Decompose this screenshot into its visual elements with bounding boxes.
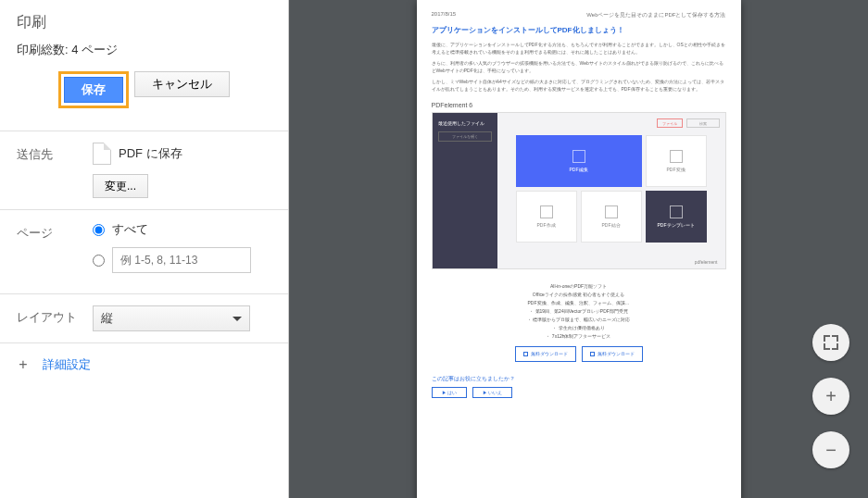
preview-title: Webページを見た目そのままにPDFとして保存する方法 — [586, 11, 725, 19]
print-settings-panel: 印刷 印刷総数: 4 ページ 保存 キャンセル 送信先 PDF に保存 変更..… — [0, 0, 289, 498]
helpful-section: この記事はお役に立ちましたか？ ▶ はい ▶ いいえ — [432, 375, 726, 398]
app-search: 検索 — [686, 118, 720, 128]
pdf-icon — [93, 143, 111, 165]
fit-icon — [824, 335, 838, 350]
app-sidebar-title: 最近使用したファイル — [438, 120, 492, 126]
helpful-yes-button: ▶ はい — [432, 387, 467, 398]
panel-header: 印刷 印刷総数: 4 ページ 保存 キャンセル — [0, 0, 288, 131]
pdfelement-label: PDFelement 6 — [432, 102, 726, 108]
promo-line: Officeライクの操作感覚 初心者もすぐ使える — [432, 291, 726, 299]
layout-label: レイアウト — [17, 305, 82, 326]
preview-para-2: さらに、利用者の多い人気のブラウザーの拡張機能を用いる方法でも、Webサイトのス… — [432, 59, 726, 74]
app-screenshot: 最近使用したファイル ファイルを開く ファイル 検索 PDF編集 PDF変換 P… — [432, 112, 726, 269]
preview-para-3: しかし、ミマWebサイト自体がA4サイズなどの紙の大きさに対応して、プログラミン… — [432, 78, 726, 93]
layout-select[interactable]: 縦 — [93, 305, 250, 331]
download-button-2: 無料ダウンロード — [582, 346, 643, 362]
app-sidebar: 最近使用したファイル ファイルを開く — [433, 113, 497, 268]
app-tile-edit: PDF編集 — [516, 135, 642, 187]
download-icon — [523, 352, 528, 356]
destination-label: 送信先 — [17, 143, 82, 163]
app-tile-template: PDFテンプレート — [646, 191, 707, 243]
promo-line: ・ 学生向け優待価格あり — [432, 324, 726, 332]
pages-section: ページ すべて — [0, 209, 288, 293]
pages-label: ページ — [17, 221, 82, 242]
advanced-settings-toggle[interactable]: + 詳細設定 — [0, 342, 288, 386]
pages-all-label: すべて — [112, 221, 148, 238]
promo-line: All-in-oneのPDF万能ソフト — [432, 282, 726, 291]
convert-icon — [670, 150, 683, 163]
preview-page: 2017/8/15 Webページを見た目そのままにPDFとして保存する方法 アプ… — [417, 0, 741, 498]
panel-title: 印刷 — [17, 13, 271, 32]
zoom-in-button[interactable]: + — [812, 378, 849, 415]
change-destination-button[interactable]: 変更... — [93, 174, 148, 198]
destination-value-row: PDF に保存 — [93, 143, 271, 165]
helpful-no-button: ▶ いいえ — [472, 387, 512, 398]
pages-all-radio[interactable] — [93, 224, 105, 236]
promo-line: ・ 第19回、第24回VectorプロレジPDF部門受賞 — [432, 307, 726, 316]
pages-range-radio[interactable] — [93, 255, 105, 267]
app-tile-create: PDF作成 — [516, 191, 577, 243]
layout-value: 縦 — [101, 310, 113, 327]
total-pages-label: 印刷総数: 4 ページ — [17, 42, 271, 58]
advanced-settings-label: 詳細設定 — [43, 356, 91, 373]
edit-icon — [572, 150, 585, 163]
create-icon — [540, 205, 553, 218]
download-icon — [590, 352, 595, 356]
app-tile-convert: PDF変換 — [646, 135, 707, 187]
action-buttons-row: 保存 キャンセル — [17, 71, 271, 121]
save-button[interactable]: 保存 — [64, 77, 123, 103]
promo-block: All-in-oneのPDF万能ソフト Officeライクの操作感覚 初心者もす… — [432, 282, 726, 362]
save-button-highlight: 保存 — [58, 71, 129, 108]
promo-line: ・ 7x12h体制アフターサービス — [432, 332, 726, 341]
destination-section: 送信先 PDF に保存 変更... — [0, 131, 288, 209]
app-small-button: ファイル — [657, 118, 683, 128]
destination-value: PDF に保存 — [119, 145, 182, 162]
helpful-question: この記事はお役に立ちましたか？ — [432, 375, 726, 383]
combine-icon — [605, 205, 618, 218]
print-preview-area: 2017/8/15 Webページを見た目そのままにPDFとして保存する方法 アプ… — [289, 0, 868, 498]
download-button-1: 無料ダウンロード — [515, 346, 576, 362]
preview-heading: アプリケーションをインストールしてPDF化しましょう！ — [432, 25, 726, 35]
cancel-button[interactable]: キャンセル — [134, 71, 230, 97]
zoom-out-button[interactable]: − — [812, 431, 849, 468]
app-sidebar-open-button: ファイルを開く — [438, 131, 492, 142]
promo-line: ・ 標準版からプロ版まで、幅広いのニーズに対応 — [432, 316, 726, 324]
zoom-controls: + − — [812, 324, 849, 468]
plus-icon: + — [17, 356, 30, 373]
preview-para-1: 最後に、アプリケーションをインストールしてPDF化する方法も、もちろんですが利用… — [432, 41, 726, 56]
promo-line: PDF変換、作成、編集、注釈、フォーム、保護… — [432, 299, 726, 307]
fit-to-page-button[interactable] — [812, 324, 849, 361]
template-icon — [670, 205, 683, 218]
app-tile-combine: PDF結合 — [581, 191, 642, 243]
app-main: ファイル 検索 PDF編集 PDF変換 PDF作成 PDF結合 PDFテンプレー… — [497, 113, 725, 268]
app-footer-brand: pdfelement — [695, 259, 718, 265]
chevron-down-icon — [233, 317, 242, 321]
preview-date: 2017/8/15 — [432, 11, 457, 19]
pages-range-input[interactable] — [112, 247, 251, 273]
layout-section: レイアウト 縦 — [0, 293, 288, 342]
